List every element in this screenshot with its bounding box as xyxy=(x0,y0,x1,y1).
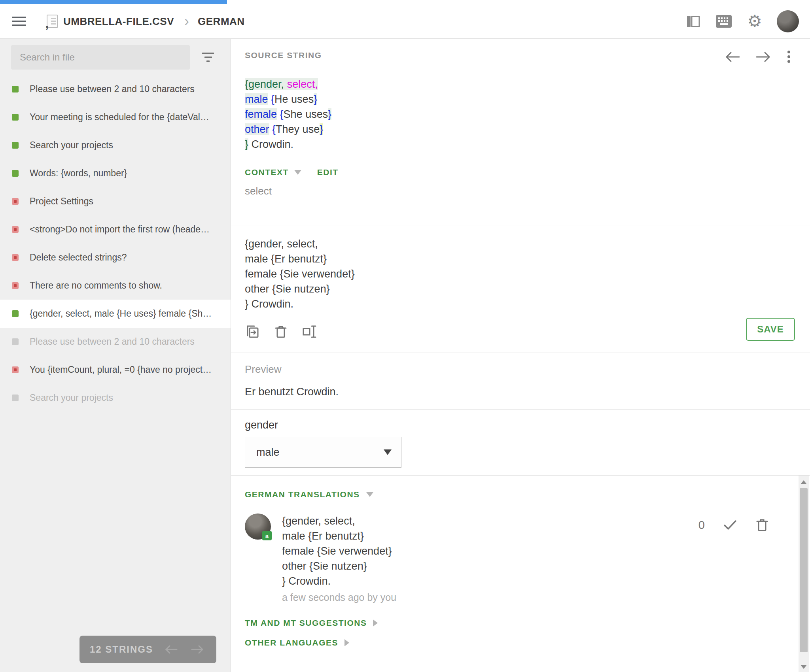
chevron-right-icon xyxy=(373,619,378,627)
context-edit-button[interactable]: EDIT xyxy=(317,168,339,177)
string-label: Search your projects xyxy=(30,140,113,151)
source-token: {gender, xyxy=(245,78,284,90)
source-line: other {They use} xyxy=(245,122,810,137)
tm-mt-suggestions-toggle[interactable]: TM AND MT SUGGESTIONS xyxy=(245,618,367,628)
save-button[interactable]: SAVE xyxy=(746,318,795,341)
scroll-down-icon[interactable] xyxy=(801,665,807,669)
scrollbar[interactable] xyxy=(799,476,809,672)
translations-toggle[interactable]: GERMAN TRANSLATIONS xyxy=(245,490,360,499)
sidebar-string-item[interactable]: Search your projects xyxy=(0,131,231,159)
next-arrow-icon[interactable] xyxy=(755,51,771,63)
strings-count-pill: 12 STRINGS xyxy=(79,636,216,663)
user-avatar[interactable] xyxy=(777,10,799,32)
string-label: <strong>Do not import the first row (hea… xyxy=(30,224,210,235)
file-progress-bar xyxy=(0,0,227,4)
context-value: select xyxy=(245,185,810,197)
previous-arrow-icon[interactable] xyxy=(725,51,741,63)
translations-section: GERMAN TRANSLATIONS a {gender, select, m… xyxy=(231,476,810,672)
editor-main: SOURCE STRING {gender, select,male {He u… xyxy=(231,39,810,672)
strings-count-label: 12 STRINGS xyxy=(90,644,153,655)
translation-section: {gender, select, male {Er benutzt} femal… xyxy=(231,225,810,353)
string-label: There are no comments to show. xyxy=(30,280,162,291)
sidebar-string-item[interactable]: Search your projects xyxy=(0,384,231,412)
source-token: select, xyxy=(287,78,318,90)
translator-avatar[interactable]: a xyxy=(245,513,271,540)
context-toggle[interactable]: CONTEXT xyxy=(245,168,289,177)
source-token xyxy=(277,108,280,120)
more-options-icon[interactable] xyxy=(785,50,793,64)
string-status-icon xyxy=(12,366,19,373)
source-token xyxy=(268,93,271,105)
search-input[interactable] xyxy=(11,45,190,70)
string-status-icon xyxy=(12,198,19,205)
sidebar-string-item[interactable]: {gender, select, male {He uses} female {… xyxy=(0,300,231,328)
delete-translation-trash-icon[interactable] xyxy=(755,517,769,532)
string-list: Please use between 2 and 10 charactersYo… xyxy=(0,75,231,412)
chevron-down-icon xyxy=(294,170,301,175)
csv-file-icon: , xyxy=(47,15,58,28)
source-token: { xyxy=(272,123,276,135)
source-string-title: SOURCE STRING xyxy=(245,51,322,60)
file-progress-track xyxy=(0,0,810,4)
top-bar: , UMBRELLA-FILE.CSV › GERMAN xyxy=(0,0,810,39)
string-status-icon xyxy=(12,170,19,177)
sidebar-string-item[interactable]: Project Settings xyxy=(0,187,231,215)
copy-source-icon[interactable] xyxy=(245,324,260,339)
select-text-icon[interactable] xyxy=(302,324,318,339)
settings-gear-icon[interactable]: ⚙ xyxy=(746,13,763,30)
source-token: } xyxy=(245,138,248,150)
preview-section: Preview Er benutzt Crowdin. gender male xyxy=(231,353,810,476)
string-status-icon xyxy=(12,310,19,317)
sidebar-string-item[interactable]: You {itemCount, plural, =0 {have no proj… xyxy=(0,356,231,384)
sidebar-string-item[interactable]: Your meeting is scheduled for the {dateV… xyxy=(0,103,231,131)
translate-badge-icon: a xyxy=(262,531,272,540)
filter-icon[interactable] xyxy=(200,53,216,62)
source-token: She uses xyxy=(284,108,328,120)
scrollbar-thumb[interactable] xyxy=(800,488,808,652)
translation-entry-meta: a few seconds ago by you xyxy=(282,592,396,603)
source-token: They use xyxy=(276,123,320,135)
sidebar-string-item[interactable]: Delete selected strings? xyxy=(0,244,231,272)
keyboard-shortcuts-icon[interactable] xyxy=(715,13,732,30)
gender-select[interactable]: male xyxy=(245,437,401,468)
source-token: female xyxy=(245,108,277,120)
scroll-up-icon[interactable] xyxy=(801,480,807,484)
string-status-icon xyxy=(12,86,19,92)
string-status-icon xyxy=(12,226,19,233)
menu-icon[interactable] xyxy=(12,17,26,26)
breadcrumb-file-name[interactable]: UMBRELLA-FILE.CSV xyxy=(63,15,174,28)
source-line: } Crowdin. xyxy=(245,137,810,152)
sidebar-string-item[interactable]: Please use between 2 and 10 characters xyxy=(0,328,231,356)
string-label: Words: {words, number} xyxy=(30,168,127,179)
sidebar-string-item[interactable]: Please use between 2 and 10 characters xyxy=(0,75,231,103)
approve-check-icon[interactable] xyxy=(722,519,738,531)
divider xyxy=(231,409,810,410)
chevron-right-icon xyxy=(344,639,349,646)
sidebar-string-item[interactable]: Words: {words, number} xyxy=(0,159,231,187)
source-token: male xyxy=(245,93,268,105)
translation-entry: a {gender, select, male {Er benutzt} fem… xyxy=(245,513,810,603)
vote-count: 0 xyxy=(698,519,705,532)
previous-string-button[interactable] xyxy=(163,644,180,655)
preview-title: Preview xyxy=(245,353,810,376)
next-string-button[interactable] xyxy=(189,644,206,655)
source-token: { xyxy=(271,93,274,105)
other-languages-toggle[interactable]: OTHER LANGUAGES xyxy=(245,638,338,647)
select-arrow-icon xyxy=(384,449,392,455)
source-line: {gender, select, xyxy=(245,77,810,92)
string-label: Search your projects xyxy=(30,393,113,403)
clear-translation-trash-icon[interactable] xyxy=(274,324,288,339)
string-status-icon xyxy=(12,114,19,121)
source-string-section: SOURCE STRING {gender, select,male {He u… xyxy=(231,39,810,225)
source-token: other xyxy=(245,123,269,135)
side-panel-toggle-icon[interactable] xyxy=(684,13,702,30)
breadcrumb-language[interactable]: GERMAN xyxy=(198,15,245,28)
preview-text: Er benutzt Crowdin. xyxy=(245,386,810,398)
sidebar-string-item[interactable]: There are no comments to show. xyxy=(0,272,231,300)
source-token xyxy=(269,123,273,135)
chevron-down-icon xyxy=(366,492,373,497)
sidebar-string-item[interactable]: <strong>Do not import the first row (hea… xyxy=(0,215,231,244)
translation-input[interactable]: {gender, select, male {Er benutzt} femal… xyxy=(245,225,810,311)
string-status-icon xyxy=(12,142,19,149)
gender-select-value: male xyxy=(256,446,280,459)
